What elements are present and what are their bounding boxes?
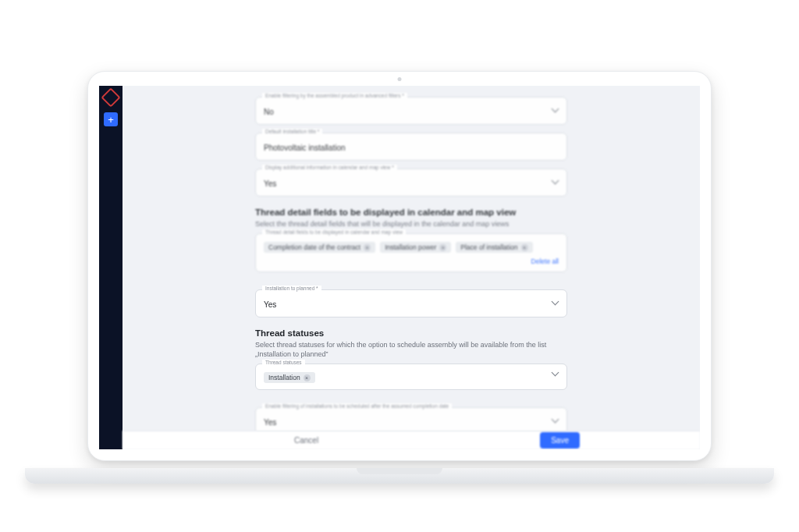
chip-label: Installation	[268, 374, 300, 381]
field-label: Display additional information in calend…	[262, 165, 397, 170]
chevron-down-icon	[552, 108, 559, 114]
app-logo-icon	[101, 87, 120, 107]
field-value: Yes	[264, 179, 276, 188]
form-footer: Cancel Save	[123, 431, 700, 449]
section-desc-detail-fields: Select the thread detail fields that wil…	[255, 219, 567, 229]
chip-label: Installation power	[385, 243, 436, 251]
select-installation-to-planned[interactable]: Installation to planned * Yes	[255, 289, 567, 317]
camera-dot	[398, 77, 402, 81]
sidebar: +	[99, 86, 123, 449]
laptop-frame: + Enable filtering by the assembled prod…	[87, 71, 712, 461]
chip[interactable]: Place of installation×	[456, 242, 532, 253]
select-display-additional-info[interactable]: Display additional information in calend…	[255, 168, 567, 197]
settings-form: Enable filtering by the assembled produc…	[123, 86, 700, 431]
chip-remove-icon[interactable]: ×	[364, 244, 371, 251]
app-screen: + Enable filtering by the assembled prod…	[99, 86, 700, 449]
field-value: Yes	[264, 300, 276, 309]
chevron-down-icon	[552, 179, 559, 186]
section-heading-detail-fields: Thread detail fields to be displayed in …	[255, 207, 567, 217]
chip-label: Completion date of the contract	[268, 243, 360, 251]
add-button[interactable]: +	[104, 112, 118, 126]
field-label: Enable filtering by the assembled produc…	[262, 93, 407, 98]
select-enable-filtering-assembled[interactable]: Enable filtering by the assembled produc…	[255, 97, 567, 125]
field-value: Photovoltaic installation	[264, 144, 346, 152]
chip-label: Place of installation	[460, 243, 517, 251]
field-label: Enable filtering of installations to be …	[262, 403, 452, 409]
section-heading-thread-statuses: Thread statuses	[255, 328, 567, 338]
chip[interactable]: Installation×	[264, 372, 315, 383]
field-label: Installation to planned *	[262, 286, 321, 291]
input-default-installation-title[interactable]: Default installation title * Photovoltai…	[255, 133, 567, 161]
laptop-base	[25, 468, 774, 484]
multiselect-thread-statuses[interactable]: Thread statuses Installation×	[255, 364, 567, 390]
section-desc-thread-statuses: Select thread statuses for which the opt…	[255, 340, 567, 359]
chip-remove-icon[interactable]: ×	[304, 374, 311, 381]
chevron-down-icon	[552, 371, 559, 378]
chip-remove-icon[interactable]: ×	[439, 244, 446, 251]
select-enable-filter-after-date[interactable]: Enable filtering of installations to be …	[255, 407, 567, 430]
multiselect-thread-detail-fields[interactable]: Thread detail fields to be displayed in …	[255, 233, 567, 272]
chevron-down-icon	[552, 300, 559, 307]
chip[interactable]: Completion date of the contract×	[264, 242, 375, 253]
field-value: No	[264, 108, 274, 116]
delete-all-link[interactable]: Delete all	[531, 257, 559, 265]
chip-remove-icon[interactable]: ×	[521, 244, 528, 251]
field-label: Thread detail fields to be displayed in …	[262, 229, 406, 235]
save-button[interactable]: Save	[540, 432, 580, 449]
chevron-down-icon	[552, 418, 559, 424]
field-label: Default installation title *	[262, 129, 322, 134]
chip[interactable]: Installation power×	[380, 242, 451, 253]
field-value: Yes	[264, 418, 276, 427]
field-label: Thread statuses	[262, 360, 305, 365]
main-content: Enable filtering by the assembled produc…	[123, 86, 700, 449]
cancel-button[interactable]: Cancel	[294, 436, 318, 445]
